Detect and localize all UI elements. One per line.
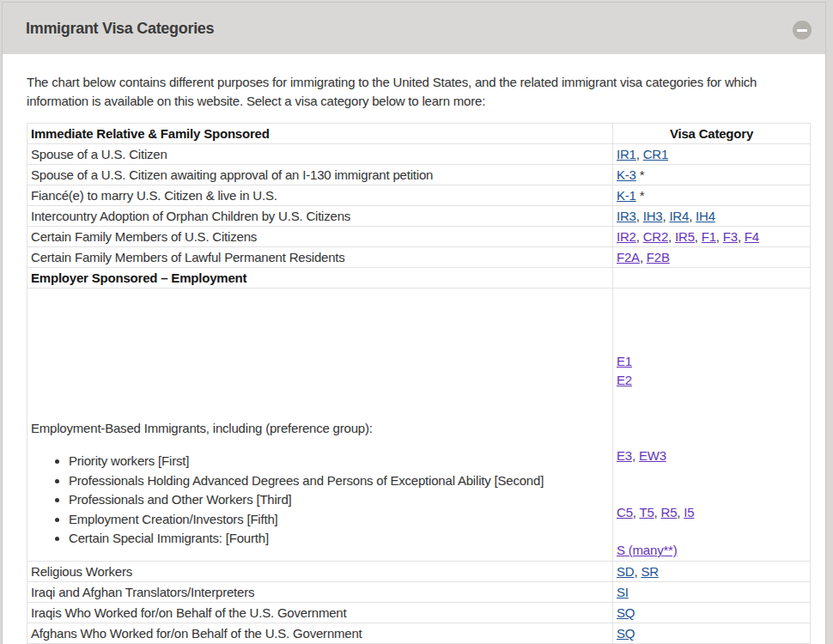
table-row: Spouse of a U.S. Citizen awaiting approv… bbox=[27, 165, 811, 185]
visa-link-ir5[interactable]: IR5 bbox=[675, 229, 695, 244]
table-row: Employment-Based Immigrants, including (… bbox=[27, 289, 811, 562]
collapse-button[interactable] bbox=[793, 21, 812, 39]
visa-category-cell: SQ bbox=[613, 603, 811, 623]
spacer-line bbox=[617, 409, 806, 428]
visa-link-sq[interactable]: SQ bbox=[617, 626, 635, 641]
panel-body: The chart below contains different purpo… bbox=[3, 73, 825, 644]
visa-link-sr[interactable]: SR bbox=[641, 564, 658, 579]
visa-link-f1[interactable]: F1 bbox=[702, 229, 716, 244]
visa-category-cell: IR2, CR2, IR5, F1, F3, F4 bbox=[613, 227, 811, 247]
spacer-line bbox=[617, 333, 806, 352]
visa-link-k1[interactable]: K-1 bbox=[617, 188, 636, 203]
purpose-cell: Religious Workers bbox=[27, 562, 613, 582]
visa-category-cell: IR3, IH3, IR4, IH4 bbox=[613, 206, 811, 227]
table-row: Spouse of a U.S. CitizenIR1, CR1 bbox=[27, 144, 811, 165]
visa-link-ir2[interactable]: IR2 bbox=[617, 229, 636, 244]
visa-link-sq[interactable]: SQ bbox=[617, 605, 635, 620]
purpose-cell: Spouse of a U.S. Citizen bbox=[27, 144, 613, 165]
purpose-cell: Iraqi and Afghan Translators/Interpreter… bbox=[27, 582, 613, 603]
table-row: Employer Sponsored – Employment bbox=[27, 268, 811, 289]
immigrant-visa-accordion-panel: Immigrant Visa Categories The chart belo… bbox=[2, 2, 826, 644]
spacer-line bbox=[617, 390, 806, 409]
visa-category-line: E1 bbox=[617, 352, 806, 371]
bullet-item: Certain Special Immigrants: [Fourth] bbox=[69, 529, 609, 549]
table-row: Certain Family Members of Lawful Permane… bbox=[27, 247, 811, 268]
visa-link-cr1[interactable]: CR1 bbox=[643, 147, 668, 161]
visa-link-e3[interactable]: E3 bbox=[617, 448, 632, 463]
visa-category-cell: F2A, F2B bbox=[613, 247, 811, 268]
bullet-item: Professionals and Other Workers [Third] bbox=[69, 490, 609, 510]
visa-category-cell: K-3 * bbox=[613, 165, 811, 185]
employment-based-intro: Employment-Based Immigrants, including (… bbox=[31, 419, 609, 438]
visa-category-cell: IR1, CR1 bbox=[613, 144, 811, 165]
asterisk-note: * bbox=[636, 188, 645, 203]
visa-category-cell: SI bbox=[613, 582, 811, 603]
table-body: Spouse of a U.S. CitizenIR1, CR1Spouse o… bbox=[27, 144, 811, 644]
section-header-cell: Employer Sponsored – Employment bbox=[27, 268, 613, 289]
table-row: Intercountry Adoption of Orphan Children… bbox=[27, 206, 811, 227]
table-row: Iraqi and Afghan Translators/Interpreter… bbox=[27, 582, 811, 603]
table-row: Certain Family Members of U.S. CitizensI… bbox=[27, 227, 811, 247]
spacer-line bbox=[617, 465, 806, 484]
visa-category-cell: K-1 * bbox=[613, 185, 811, 206]
table-header-row: Immediate Relative & Family Sponsored Vi… bbox=[27, 124, 811, 144]
purpose-cell: Certain Family Members of Lawful Permane… bbox=[27, 247, 613, 268]
intro-text: The chart below contains different purpo… bbox=[27, 73, 784, 110]
bullet-item: Professionals Holding Advanced Degrees a… bbox=[69, 471, 609, 491]
visa-link-cr2[interactable]: CR2 bbox=[643, 229, 668, 244]
visa-categories-table: Immediate Relative & Family Sponsored Vi… bbox=[27, 123, 811, 644]
asterisk-note: * bbox=[636, 167, 645, 182]
visa-link-r5[interactable]: R5 bbox=[661, 505, 678, 519]
visa-link-ir4[interactable]: IR4 bbox=[669, 209, 689, 223]
accordion-header[interactable]: Immigrant Visa Categories bbox=[3, 3, 825, 54]
purpose-cell: Certain Family Members of U.S. Citizens bbox=[27, 227, 613, 247]
visa-link-ew3[interactable]: EW3 bbox=[639, 448, 666, 463]
visa-link-t5[interactable]: T5 bbox=[639, 505, 654, 519]
spacer-line bbox=[617, 484, 806, 503]
visa-category-line: C5, T5, R5, I5 bbox=[617, 503, 806, 522]
visa-category-cell: SD, SR bbox=[613, 562, 811, 582]
table-row: Fiancé(e) to marry U.S. Citizen & live i… bbox=[27, 185, 811, 206]
table-row: Religious WorkersSD, SR bbox=[27, 562, 811, 582]
visa-link-si[interactable]: SI bbox=[617, 585, 629, 599]
bullet-item: Priority workers [First] bbox=[69, 452, 609, 471]
purpose-cell: Fiancé(e) to marry U.S. Citizen & live i… bbox=[27, 185, 613, 206]
visa-category-cell: SQ bbox=[613, 623, 811, 644]
column-header-visa-category: Visa Category bbox=[613, 124, 811, 144]
visa-category-line: E3, EW3 bbox=[617, 447, 806, 465]
visa-link-k3[interactable]: K-3 bbox=[617, 167, 636, 182]
purpose-cell: Spouse of a U.S. Citizen awaiting approv… bbox=[27, 165, 613, 185]
visa-link-ir1[interactable]: IR1 bbox=[617, 147, 636, 161]
visa-link-c5[interactable]: C5 bbox=[617, 505, 633, 519]
panel-title: Immigrant Visa Categories bbox=[26, 20, 214, 38]
bullet-item: Employment Creation/Investors [Fifth] bbox=[69, 510, 609, 530]
employment-visa-category-cell: E1E2E3, EW3C5, T5, R5, I5S (many**) bbox=[613, 289, 811, 562]
visa-link-ih3[interactable]: IH3 bbox=[643, 209, 663, 223]
preference-group-list: Priority workers [First]Professionals Ho… bbox=[31, 452, 609, 549]
purpose-cell: Iraqis Who Worked for/on Behalf of the U… bbox=[27, 603, 613, 623]
visa-link-f3[interactable]: F3 bbox=[723, 229, 738, 244]
visa-link-ih4[interactable]: IH4 bbox=[696, 209, 715, 223]
visa-link-e2[interactable]: E2 bbox=[617, 373, 632, 387]
visa-category-cell bbox=[613, 268, 811, 289]
visa-link-f4[interactable]: F4 bbox=[745, 229, 759, 244]
table-row: Iraqis Who Worked for/on Behalf of the U… bbox=[27, 603, 811, 623]
table-row: Afghans Who Worked for/on Behalf of the … bbox=[27, 623, 811, 644]
purpose-cell: Afghans Who Worked for/on Behalf of the … bbox=[27, 623, 613, 644]
visa-category-line: E2 bbox=[617, 371, 806, 390]
minus-circle-icon bbox=[797, 29, 807, 32]
visa-link-ir3[interactable]: IR3 bbox=[617, 209, 636, 223]
column-header-purpose: Immediate Relative & Family Sponsored bbox=[27, 124, 613, 144]
spacer-line bbox=[617, 314, 806, 333]
visa-link-i5[interactable]: I5 bbox=[684, 505, 694, 519]
visa-link-f2a[interactable]: F2A bbox=[617, 250, 640, 264]
visa-category-line: S (many**) bbox=[617, 541, 806, 560]
visa-link-sd[interactable]: SD bbox=[617, 564, 634, 579]
employment-based-cell: Employment-Based Immigrants, including (… bbox=[27, 289, 613, 562]
purpose-cell: Intercountry Adoption of Orphan Children… bbox=[27, 206, 613, 227]
visa-link-smany[interactable]: S (many**) bbox=[617, 543, 678, 557]
spacer-line bbox=[617, 522, 806, 541]
visa-link-f2b[interactable]: F2B bbox=[647, 250, 670, 264]
visa-link-e1[interactable]: E1 bbox=[617, 354, 632, 368]
spacer-line bbox=[617, 295, 806, 314]
